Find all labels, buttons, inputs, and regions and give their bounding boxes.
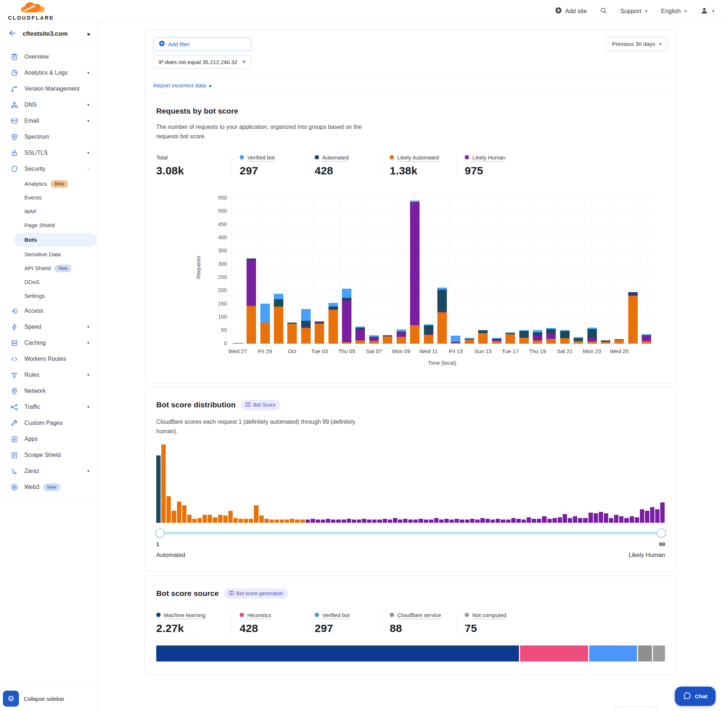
histogram-bar-score-4 (171, 511, 176, 522)
bar-segment-automated (588, 329, 597, 338)
sidebar-subitem-analytics[interactable]: AnalyticsBeta (0, 177, 97, 191)
stacked-bar (492, 338, 502, 344)
plus-circle-icon (159, 40, 165, 48)
account-menu[interactable]: ▼ (700, 7, 715, 16)
chevron-up-icon: ▲ (87, 167, 90, 171)
language-menu[interactable]: English ▼ (661, 7, 687, 15)
histogram-bar-score-99 (660, 502, 665, 523)
sidebar-item-workers-routes[interactable]: Workers Routes (0, 351, 97, 367)
chevron-right-icon[interactable]: ▶ (88, 32, 91, 36)
sidebar-subitem-events[interactable]: Events (0, 191, 97, 205)
y-tick-label: 450 (203, 221, 227, 227)
sidebar-subitem-api-shield[interactable]: API ShieldNew (0, 261, 97, 275)
histogram-bar-score-64 (480, 518, 485, 523)
search-button[interactable] (600, 7, 607, 16)
bar-segment-likely-automated (614, 340, 624, 343)
histogram-bar-score-94 (635, 517, 639, 523)
cloudflare-logo[interactable]: CLOUDFLARE (8, 2, 54, 21)
sidebar-item-web3[interactable]: Web3New (0, 479, 97, 495)
sidebar-item-network[interactable]: Network (0, 383, 97, 399)
sidebar-item-label: Rules (24, 372, 39, 378)
histogram-bar-score-11 (208, 515, 212, 523)
score-range-slider (156, 528, 665, 538)
gridline-vertical (476, 198, 477, 344)
bar-segment-likely-human (356, 329, 365, 341)
bar-segment-likely-automated (369, 341, 379, 344)
stat-verified-bot: Verified bot297 (306, 612, 381, 634)
date-range-select[interactable]: Previous 30 days ▼ (606, 37, 668, 51)
sidebar-item-scrape-shield[interactable]: Scrape Shield (0, 447, 97, 463)
sidebar-item-spectrum[interactable]: Spectrum (0, 129, 97, 145)
source-segment-not-computed (653, 646, 665, 661)
sidebar-item-speed[interactable]: Speed▼ (0, 319, 97, 335)
stacked-bar (451, 336, 460, 344)
bar-segment-likely-automated (560, 338, 570, 344)
site-switcher[interactable]: cftestsite3.com ▶ (0, 22, 97, 45)
stat-label-text: Likely Automated (397, 154, 439, 161)
bar-segment-likely-automated (287, 324, 297, 344)
bar-segment-automated (328, 307, 338, 309)
histogram-bar-score-18 (244, 519, 248, 523)
sidebar-item-caching[interactable]: Caching▼ (0, 335, 97, 351)
report-incorrect-data-link[interactable]: Report incorrect data ▶ (153, 82, 212, 89)
sidebar-item-overview[interactable]: Overview (0, 49, 97, 65)
bar-segment-likely-automated (274, 307, 284, 344)
sidebar-subitem-page-shield[interactable]: Page Shield (0, 218, 97, 232)
sidebar-item-version-management[interactable]: Version Management (0, 81, 97, 97)
cloudflare-wordmark: CLOUDFLARE (8, 15, 54, 21)
requests-stacked-bar-chart: Requests Time (local) 050100150200250300… (156, 195, 665, 369)
docs-icon (229, 590, 234, 597)
sidebar-item-access[interactable]: Access (0, 303, 97, 319)
remove-filter-icon[interactable]: ✕ (242, 59, 247, 65)
back-arrow-icon[interactable] (8, 29, 17, 39)
stat-label: Cloudflare service (390, 612, 456, 618)
histogram-bar-score-88 (604, 513, 608, 523)
slider-handle-max[interactable] (657, 528, 666, 538)
bar-segment-likely-automated (397, 337, 406, 344)
new-badge: New (43, 484, 61, 491)
section-title: Requests by bot score (156, 107, 665, 115)
histogram-bar-score-19 (249, 519, 253, 523)
bot-score-generation-badge[interactable]: Bot score generation (224, 588, 288, 599)
sidebar-item-traffic[interactable]: Traffic▼ (0, 399, 97, 415)
sidebar-nav: OverviewAnalytics & Logs▼Version Managem… (0, 45, 97, 501)
stacked-bar (328, 303, 338, 344)
slider-track[interactable] (156, 532, 665, 534)
bar-segment-likely-human (247, 260, 256, 306)
sidebar-item-dns[interactable]: DNS▼ (0, 97, 97, 113)
source-stacked-bar (156, 646, 665, 661)
sidebar-item-ssl-tls[interactable]: SSL/TLS▼ (0, 145, 97, 161)
add-site-button[interactable]: Add site (555, 7, 587, 15)
stat-label: Verified bot (315, 612, 381, 618)
add-filter-button[interactable]: Add filter (153, 37, 251, 51)
sidebar-item-apps[interactable]: Apps (0, 431, 97, 447)
sidebar-subitem-ddos[interactable]: DDoS (0, 275, 97, 289)
filter-chip[interactable]: IP does not equal 35.212.240.32 ✕ (153, 55, 251, 69)
bar-segment-likely-automated (601, 342, 610, 344)
gridline (231, 277, 653, 277)
support-menu[interactable]: Support ▼ (620, 7, 648, 15)
sidebar-item-custom-pages[interactable]: Custom Pages (0, 415, 97, 431)
sidebar-subitem-sensitive-data[interactable]: Sensitive Data (0, 248, 97, 261)
legend-dot (315, 155, 319, 159)
gridline (231, 211, 653, 211)
histogram-bar-score-52 (418, 519, 423, 523)
bot-score-badge[interactable]: Bot Score (241, 400, 280, 410)
histogram-bar-score-12 (213, 517, 217, 523)
sidebar-subitem-settings[interactable]: Settings (0, 289, 97, 303)
sidebar-item-zaraz[interactable]: Zaraz▼ (0, 463, 97, 479)
slider-handle-min[interactable] (155, 528, 165, 538)
sidebar-subitem-waf[interactable]: WAF (0, 205, 97, 218)
sidebar-item-email[interactable]: Email▼ (0, 113, 97, 129)
sidebar-item-analytics-logs[interactable]: Analytics & Logs▼ (0, 65, 97, 81)
chat-button[interactable]: Chat (675, 687, 716, 706)
collapse-sidebar-label[interactable]: Collapse sidebar (24, 696, 65, 702)
sidebar-subitem-bots[interactable]: Bots (14, 233, 97, 247)
sidebar-item-security[interactable]: Security▲ (0, 161, 97, 177)
gridline-vertical (558, 198, 558, 344)
sidebar-item-rules[interactable]: Rules▼ (0, 367, 97, 383)
stat-value: 2.27k (156, 622, 231, 634)
histogram-bar-score-84 (583, 518, 588, 523)
gridline (231, 237, 653, 238)
settings-gear-button[interactable]: ⚙ (3, 690, 19, 707)
